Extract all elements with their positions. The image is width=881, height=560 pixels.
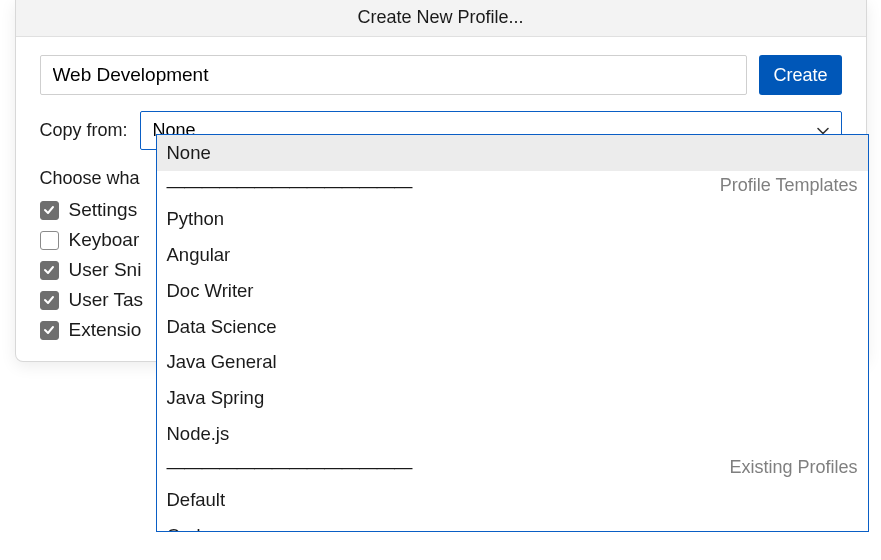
check-label: User Tas bbox=[69, 289, 144, 311]
profile-name-input[interactable] bbox=[40, 55, 748, 95]
dropdown-item-none[interactable]: None bbox=[157, 135, 868, 171]
checkbox-tasks[interactable] bbox=[40, 291, 59, 310]
dropdown-item[interactable]: Node.js bbox=[157, 416, 868, 452]
name-row: Create bbox=[40, 55, 842, 95]
dropdown-item[interactable]: Java Spring bbox=[157, 380, 868, 416]
dropdown-item[interactable]: Python bbox=[157, 201, 868, 237]
separator-icon: —————————————— bbox=[167, 175, 412, 197]
check-label: Extensio bbox=[69, 319, 142, 341]
checkbox-extensions[interactable] bbox=[40, 321, 59, 340]
dropdown-section-templates: —————————————— Profile Templates bbox=[157, 171, 868, 201]
section-label-existing: Existing Profiles bbox=[729, 457, 857, 478]
create-button[interactable]: Create bbox=[759, 55, 841, 95]
checkbox-keyboard[interactable] bbox=[40, 231, 59, 250]
dropdown-item[interactable]: Doc Writer bbox=[157, 273, 868, 309]
separator-icon: —————————————— bbox=[167, 456, 412, 478]
copy-from-dropdown[interactable]: None —————————————— Profile Templates Py… bbox=[156, 134, 869, 532]
dialog-title: Create New Profile... bbox=[16, 0, 866, 37]
dropdown-item[interactable]: Data Science bbox=[157, 309, 868, 345]
dropdown-section-existing: —————————————— Existing Profiles bbox=[157, 452, 868, 482]
dropdown-item[interactable]: Default bbox=[157, 482, 868, 518]
dropdown-item[interactable]: Code bbox=[157, 518, 868, 532]
check-label: Keyboar bbox=[69, 229, 140, 251]
dropdown-item[interactable]: Angular bbox=[157, 237, 868, 273]
create-profile-dialog: Create New Profile... Create Copy from: … bbox=[15, 0, 867, 362]
checkbox-settings[interactable] bbox=[40, 201, 59, 220]
check-label: Settings bbox=[69, 199, 138, 221]
checkbox-snippets[interactable] bbox=[40, 261, 59, 280]
copy-from-label: Copy from: bbox=[40, 120, 128, 141]
section-label-templates: Profile Templates bbox=[720, 175, 858, 196]
check-label: User Sni bbox=[69, 259, 142, 281]
dropdown-item[interactable]: Java General bbox=[157, 344, 868, 380]
